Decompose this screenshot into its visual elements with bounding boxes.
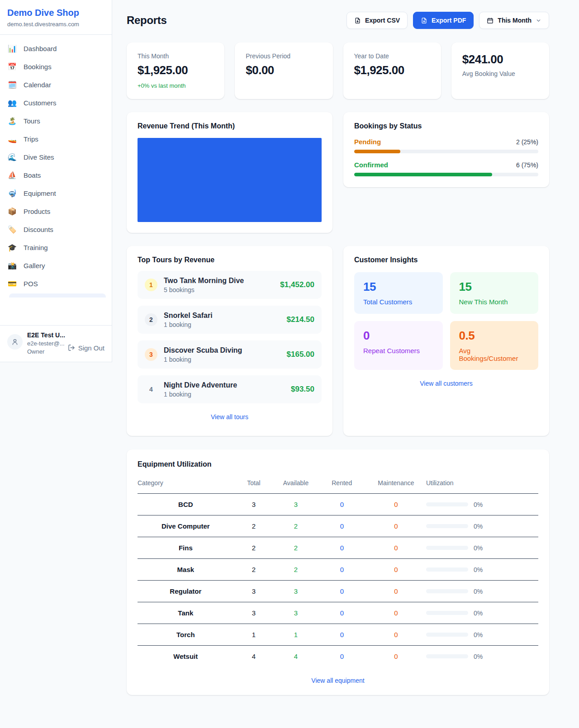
sidebar-item-dashboard[interactable]: 📊Dashboard xyxy=(0,40,112,57)
export-csv-button[interactable]: Export CSV xyxy=(346,12,408,29)
sidebar-item-bookings[interactable]: 📅Bookings xyxy=(0,58,112,76)
stat-label: This Month xyxy=(138,52,214,60)
cell-total: 4 xyxy=(234,646,274,667)
cell-category: Torch xyxy=(138,624,234,646)
col-available: Available xyxy=(274,475,318,494)
view-all-customers-link[interactable]: View all customers xyxy=(354,380,538,387)
sidebar-item-label: Calendar xyxy=(24,81,51,89)
table-row: Tank 3 3 0 0 0% xyxy=(138,602,538,624)
tour-name: Two Tank Morning Dive xyxy=(164,277,244,285)
status-bar-track xyxy=(354,173,538,176)
cell-utilization: 0% xyxy=(426,515,538,537)
tour-list-item[interactable]: 1 Two Tank Morning Dive 5 bookings $1,45… xyxy=(138,271,322,299)
boats-icon: ⛵ xyxy=(7,171,17,180)
utilization-bar-track xyxy=(426,589,468,593)
col-rented: Rented xyxy=(318,475,366,494)
cell-maintenance: 0 xyxy=(366,515,426,537)
sidebar-item-customers[interactable]: 👥Customers xyxy=(0,94,112,112)
insight-label: Total Customers xyxy=(363,298,434,306)
top-tours-card: Top Tours by Revenue 1 Two Tank Morning … xyxy=(127,246,332,436)
col-maintenance: Maintenance xyxy=(366,475,426,494)
stat-value: $0.00 xyxy=(246,63,322,77)
cell-utilization: 0% xyxy=(426,537,538,559)
revenue-trend-title: Revenue Trend (This Month) xyxy=(138,122,322,130)
sidebar-item-label: Boats xyxy=(24,171,41,179)
period-label: This Month xyxy=(498,17,532,24)
view-all-equipment-link[interactable]: View all equipment xyxy=(138,677,538,684)
logout-icon xyxy=(68,344,75,351)
stat-delta: +0% vs last month xyxy=(138,82,214,89)
tour-list-item[interactable]: 3 Discover Scuba Diving 1 booking $165.0… xyxy=(138,340,322,369)
export-pdf-button[interactable]: Export PDF xyxy=(413,12,474,29)
sidebar-item-boats[interactable]: ⛵Boats xyxy=(0,166,112,184)
sidebar-item-products[interactable]: 📦Products xyxy=(0,203,112,220)
tour-list-item[interactable]: 2 Snorkel Safari 1 booking $214.50 xyxy=(138,306,322,334)
period-dropdown[interactable]: This Month xyxy=(479,12,549,29)
file-download-icon xyxy=(354,17,361,24)
dashboard-icon: 📊 xyxy=(7,44,17,53)
sidebar-item-gallery[interactable]: 📸Gallery xyxy=(0,257,112,274)
cell-category: Tank xyxy=(138,602,234,624)
insight-tile-total-customers: 15 Total Customers xyxy=(354,272,443,314)
sidebar-item-label: Products xyxy=(24,208,50,215)
stat-value: $241.00 xyxy=(462,52,538,66)
user-info: E2E Test U... e2e-tester@... Owner xyxy=(27,331,63,355)
sidebar-item-calendar[interactable]: 🗓️Calendar xyxy=(0,76,112,94)
sidebar-item-dive-sites[interactable]: 🌊Dive Sites xyxy=(0,148,112,166)
revenue-trend-card: Revenue Trend (This Month) xyxy=(127,112,332,233)
top-tours-title: Top Tours by Revenue xyxy=(138,256,322,264)
file-download-icon xyxy=(421,17,427,24)
sidebar-item-training[interactable]: 🎓Training xyxy=(0,239,112,256)
table-row: Dive Computer 2 2 0 0 0% xyxy=(138,515,538,537)
sidebar-item-equipment[interactable]: 🤿Equipment xyxy=(0,184,112,202)
sidebar-item-discounts[interactable]: 🏷️Discounts xyxy=(0,221,112,238)
utilization-bar-track xyxy=(426,567,468,572)
table-row: Wetsuit 4 4 0 0 0% xyxy=(138,646,538,667)
rank-badge: 2 xyxy=(145,313,157,326)
stat-card-previous-period: Previous Period $0.00 xyxy=(235,43,332,99)
utilization-bar-track xyxy=(426,611,468,615)
tour-bookings: 1 booking xyxy=(164,391,237,398)
export-pdf-label: Export PDF xyxy=(432,17,466,24)
sidebar-item-label: Bookings xyxy=(24,63,52,71)
chevron-down-icon xyxy=(536,18,541,24)
insight-label: Repeat Customers xyxy=(363,347,434,355)
insight-tile-new-this-month: 15 New This Month xyxy=(450,272,539,314)
trips-icon: 🚤 xyxy=(7,135,17,143)
insight-value: 0.5 xyxy=(459,329,530,343)
sidebar-item-trips[interactable]: 🚤Trips xyxy=(0,130,112,148)
tour-bookings: 5 bookings xyxy=(164,286,244,293)
user-name: E2E Test U... xyxy=(27,331,63,339)
sidebar-item-label: Dive Sites xyxy=(24,153,54,161)
cell-available: 2 xyxy=(274,559,318,581)
sidebar-item-label: Customers xyxy=(24,99,57,107)
tour-name: Discover Scuba Diving xyxy=(164,346,242,355)
view-all-tours-link[interactable]: View all tours xyxy=(138,413,322,421)
tour-bookings: 1 booking xyxy=(164,356,242,363)
bookings-by-status-title: Bookings by Status xyxy=(354,122,538,130)
stat-card-this-month: This Month $1,925.00 +0% vs last month xyxy=(127,43,224,99)
cell-rented: 0 xyxy=(318,559,366,581)
sidebar-item-tours[interactable]: 🏝️Tours xyxy=(0,112,112,130)
user-email: e2e-tester@... xyxy=(27,340,63,347)
sidebar-item-reports-partial[interactable] xyxy=(9,293,106,298)
sidebar-item-label: Equipment xyxy=(24,189,56,197)
equipment-icon: 🤿 xyxy=(7,189,17,198)
insight-value: 0 xyxy=(363,329,434,343)
table-row: Torch 1 1 0 0 0% xyxy=(138,624,538,646)
cell-maintenance: 0 xyxy=(366,581,426,602)
insight-grid: 15 Total Customers 15 New This Month 0 R… xyxy=(354,272,538,370)
sidebar-item-label: POS xyxy=(24,280,38,288)
cell-available: 2 xyxy=(274,537,318,559)
page-title: Reports xyxy=(127,14,167,27)
equipment-utilization-title: Equipment Utilization xyxy=(138,460,538,468)
sign-out-button[interactable]: Sign Out xyxy=(68,340,104,355)
shop-name: Demo Dive Shop xyxy=(7,8,104,18)
equipment-utilization-card: Equipment Utilization Category Total Ava… xyxy=(127,449,549,695)
cell-rented: 0 xyxy=(318,581,366,602)
sidebar-item-label: Trips xyxy=(24,135,38,143)
tour-list-item[interactable]: 4 Night Dive Adventure 1 booking $93.50 xyxy=(138,375,322,403)
cell-rented: 0 xyxy=(318,624,366,646)
tour-revenue: $1,452.00 xyxy=(280,280,314,289)
sidebar-item-pos[interactable]: 💳POS xyxy=(0,275,112,293)
